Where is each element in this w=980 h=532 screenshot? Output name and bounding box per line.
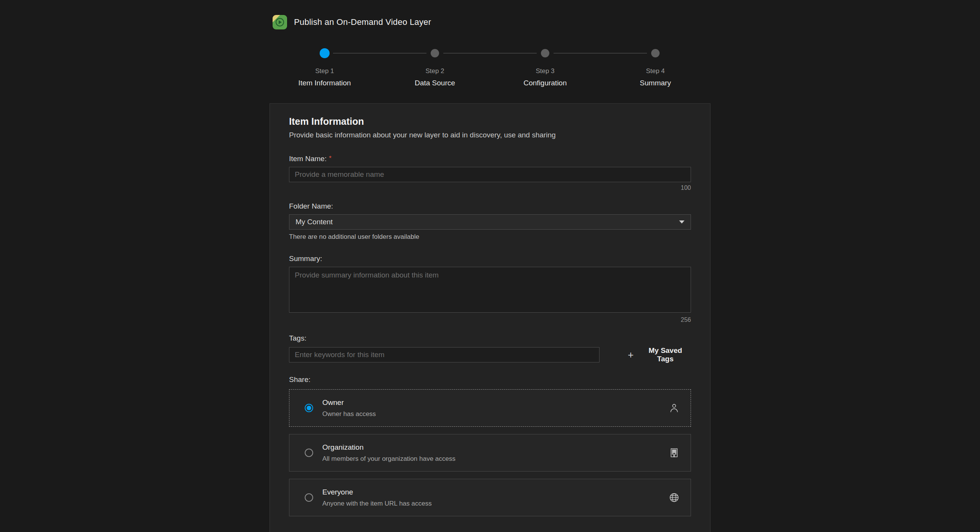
summary-label: Summary: (289, 255, 691, 263)
share-option-description: Anyone with the item URL has access (322, 500, 668, 508)
organization-radio[interactable] (305, 449, 313, 457)
step-data-source: Step 2 Data Source (380, 48, 490, 87)
item-name-input[interactable] (289, 167, 691, 182)
folder-select-value: My Content (296, 218, 333, 226)
owner-radio[interactable] (305, 404, 313, 412)
wizard-stepper: Step 1 Item Information Step 2 Data Sour… (270, 48, 710, 87)
step-number: Step 4 (646, 67, 665, 75)
step-number: Step 1 (315, 67, 334, 75)
folder-select[interactable]: My Content (289, 214, 691, 230)
my-saved-tags-label: My Saved Tags (640, 346, 691, 363)
plus-icon: + (628, 350, 634, 360)
required-marker: * (329, 155, 332, 162)
radio-dot (307, 406, 311, 410)
item-name-field: Item Name:* 100 (289, 155, 691, 191)
item-name-label-text: Item Name: (289, 155, 327, 163)
step-label: Configuration (523, 79, 567, 87)
summary-field: Summary: 256 (289, 255, 691, 323)
step-summary: Step 4 Summary (600, 48, 710, 87)
summary-char-limit: 256 (289, 317, 691, 323)
step-4-dot[interactable] (651, 49, 660, 57)
building-icon (668, 447, 680, 459)
chevron-down-icon (679, 220, 684, 224)
app-header: Publish an On-Demand Video Layer (273, 15, 710, 30)
share-option-owner[interactable]: Owner Owner has access (289, 389, 691, 427)
step-label: Summary (640, 79, 671, 87)
everyone-radio[interactable] (305, 493, 313, 502)
step-configuration: Step 3 Configuration (490, 48, 600, 87)
panel-subheading: Provide basic information about your new… (289, 131, 691, 139)
step-label: Data Source (415, 79, 455, 87)
item-name-char-limit: 100 (289, 184, 691, 191)
share-option-description: Owner has access (322, 410, 668, 418)
share-option-description: All members of your organization have ac… (322, 455, 668, 463)
person-icon (668, 402, 680, 414)
share-option-title: Everyone (322, 488, 668, 496)
summary-textarea[interactable] (289, 267, 691, 313)
play-circle-icon (276, 18, 284, 26)
share-option-title: Organization (322, 443, 668, 452)
step-label: Item Information (298, 79, 351, 87)
folder-name-label: Folder Name: (289, 202, 691, 211)
play-triangle-icon (279, 20, 282, 24)
item-name-label: Item Name:* (289, 155, 691, 163)
step-number: Step 3 (536, 67, 554, 75)
step-item-information: Step 1 Item Information (270, 48, 380, 87)
my-saved-tags-button[interactable]: + My Saved Tags (628, 346, 691, 363)
share-option-everyone[interactable]: Everyone Anyone with the item URL has ac… (289, 479, 691, 516)
item-information-panel: Item Information Provide basic informati… (270, 103, 710, 532)
step-number: Step 2 (425, 67, 444, 75)
video-layer-icon (273, 15, 287, 29)
tags-field: Tags: + My Saved Tags (289, 334, 691, 363)
share-field: Share: Owner Owner has access Organi (289, 375, 691, 516)
globe-icon (668, 492, 680, 503)
panel-heading: Item Information (289, 116, 691, 127)
folder-helper-text: There are no additional user folders ava… (289, 233, 691, 241)
page-title: Publish an On-Demand Video Layer (294, 17, 431, 27)
folder-name-field: Folder Name: My Content There are no add… (289, 202, 691, 241)
page: Publish an On-Demand Video Layer Step 1 … (270, 0, 710, 532)
share-option-organization[interactable]: Organization All members of your organiz… (289, 434, 691, 472)
tags-label: Tags: (289, 334, 691, 343)
share-label: Share: (289, 375, 691, 384)
step-2-dot[interactable] (431, 49, 439, 57)
tags-input[interactable] (289, 347, 599, 362)
step-3-dot[interactable] (541, 49, 549, 57)
share-option-title: Owner (322, 398, 668, 407)
step-1-dot[interactable] (320, 48, 330, 58)
